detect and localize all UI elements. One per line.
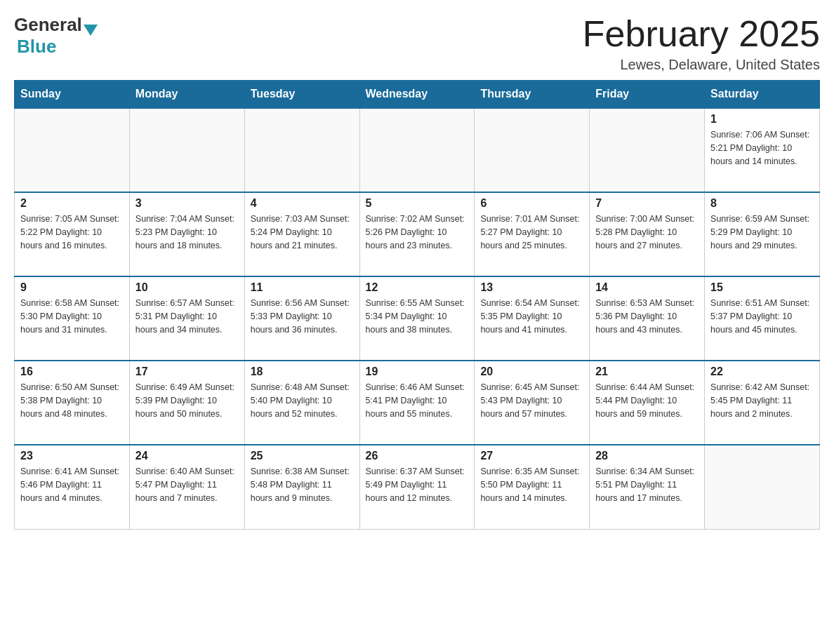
week-row-1: 1Sunrise: 7:06 AM Sunset: 5:21 PM Daylig… xyxy=(15,108,820,192)
calendar-cell: 6Sunrise: 7:01 AM Sunset: 5:27 PM Daylig… xyxy=(475,192,590,276)
day-info: Sunrise: 6:55 AM Sunset: 5:34 PM Dayligh… xyxy=(366,297,469,336)
day-info: Sunrise: 6:53 AM Sunset: 5:36 PM Dayligh… xyxy=(595,297,699,336)
day-info: Sunrise: 6:59 AM Sunset: 5:29 PM Dayligh… xyxy=(710,213,814,252)
calendar-cell xyxy=(590,108,705,192)
day-info: Sunrise: 6:45 AM Sunset: 5:43 PM Dayligh… xyxy=(480,381,583,420)
day-number: 23 xyxy=(20,450,124,462)
calendar-cell: 13Sunrise: 6:54 AM Sunset: 5:35 PM Dayli… xyxy=(475,276,590,361)
logo-general-text: General xyxy=(14,14,82,36)
day-number: 24 xyxy=(135,450,239,462)
week-row-4: 16Sunrise: 6:50 AM Sunset: 5:38 PM Dayli… xyxy=(15,361,820,445)
calendar-cell: 26Sunrise: 6:37 AM Sunset: 5:49 PM Dayli… xyxy=(359,445,475,529)
calendar-table: SundayMondayTuesdayWednesdayThursdayFrid… xyxy=(14,80,820,530)
day-number: 13 xyxy=(480,281,583,294)
day-info: Sunrise: 7:00 AM Sunset: 5:28 PM Dayligh… xyxy=(595,213,699,252)
week-row-2: 2Sunrise: 7:05 AM Sunset: 5:22 PM Daylig… xyxy=(15,192,820,276)
calendar-cell: 15Sunrise: 6:51 AM Sunset: 5:37 PM Dayli… xyxy=(705,276,820,361)
day-info: Sunrise: 6:37 AM Sunset: 5:49 PM Dayligh… xyxy=(366,465,469,504)
day-number: 10 xyxy=(135,281,239,294)
calendar-cell: 19Sunrise: 6:46 AM Sunset: 5:41 PM Dayli… xyxy=(359,361,475,445)
day-info: Sunrise: 7:06 AM Sunset: 5:21 PM Dayligh… xyxy=(710,128,814,168)
day-info: Sunrise: 7:01 AM Sunset: 5:27 PM Dayligh… xyxy=(480,213,583,252)
calendar-cell: 1Sunrise: 7:06 AM Sunset: 5:21 PM Daylig… xyxy=(705,108,820,192)
calendar-cell: 3Sunrise: 7:04 AM Sunset: 5:23 PM Daylig… xyxy=(129,192,244,276)
calendar-cell: 14Sunrise: 6:53 AM Sunset: 5:36 PM Dayli… xyxy=(590,276,705,361)
day-info: Sunrise: 6:46 AM Sunset: 5:41 PM Dayligh… xyxy=(366,381,469,420)
day-number: 22 xyxy=(710,365,814,378)
day-info: Sunrise: 7:03 AM Sunset: 5:24 PM Dayligh… xyxy=(251,213,354,252)
day-info: Sunrise: 6:51 AM Sunset: 5:37 PM Dayligh… xyxy=(710,297,814,336)
day-number: 18 xyxy=(251,365,354,378)
day-info: Sunrise: 6:48 AM Sunset: 5:40 PM Dayligh… xyxy=(251,381,354,420)
day-number: 21 xyxy=(595,365,699,378)
calendar-cell: 27Sunrise: 6:35 AM Sunset: 5:50 PM Dayli… xyxy=(475,445,590,529)
day-number: 19 xyxy=(366,365,469,378)
weekday-header-friday: Friday xyxy=(590,81,705,109)
weekday-header-wednesday: Wednesday xyxy=(359,81,475,109)
weekday-header-tuesday: Tuesday xyxy=(244,81,359,109)
day-number: 27 xyxy=(480,450,583,462)
logo-arrow-icon xyxy=(84,25,98,36)
calendar-cell xyxy=(705,445,820,529)
day-info: Sunrise: 6:35 AM Sunset: 5:50 PM Dayligh… xyxy=(480,465,583,504)
week-row-3: 9Sunrise: 6:58 AM Sunset: 5:30 PM Daylig… xyxy=(15,276,820,361)
day-number: 14 xyxy=(595,281,699,294)
week-row-5: 23Sunrise: 6:41 AM Sunset: 5:46 PM Dayli… xyxy=(15,445,820,529)
calendar-cell: 4Sunrise: 7:03 AM Sunset: 5:24 PM Daylig… xyxy=(244,192,359,276)
calendar-cell: 16Sunrise: 6:50 AM Sunset: 5:38 PM Dayli… xyxy=(15,361,130,445)
weekday-header-saturday: Saturday xyxy=(705,81,820,109)
day-number: 12 xyxy=(366,281,469,294)
day-number: 16 xyxy=(20,365,124,378)
calendar-cell: 10Sunrise: 6:57 AM Sunset: 5:31 PM Dayli… xyxy=(129,276,244,361)
calendar-cell: 22Sunrise: 6:42 AM Sunset: 5:45 PM Dayli… xyxy=(705,361,820,445)
day-number: 1 xyxy=(710,113,814,126)
day-info: Sunrise: 6:42 AM Sunset: 5:45 PM Dayligh… xyxy=(710,381,814,420)
weekday-header-monday: Monday xyxy=(129,81,244,109)
calendar-cell: 20Sunrise: 6:45 AM Sunset: 5:43 PM Dayli… xyxy=(475,361,590,445)
day-info: Sunrise: 6:41 AM Sunset: 5:46 PM Dayligh… xyxy=(20,465,124,504)
calendar-cell xyxy=(129,108,244,192)
day-number: 9 xyxy=(20,281,124,294)
weekday-header-sunday: Sunday xyxy=(15,81,130,109)
day-info: Sunrise: 6:57 AM Sunset: 5:31 PM Dayligh… xyxy=(135,297,239,336)
day-number: 15 xyxy=(710,281,814,294)
calendar-cell: 17Sunrise: 6:49 AM Sunset: 5:39 PM Dayli… xyxy=(129,361,244,445)
calendar-cell: 24Sunrise: 6:40 AM Sunset: 5:47 PM Dayli… xyxy=(129,445,244,529)
day-number: 20 xyxy=(480,365,583,378)
day-info: Sunrise: 6:38 AM Sunset: 5:48 PM Dayligh… xyxy=(251,465,354,504)
calendar-cell: 9Sunrise: 6:58 AM Sunset: 5:30 PM Daylig… xyxy=(15,276,130,361)
day-number: 8 xyxy=(710,197,814,210)
day-number: 5 xyxy=(366,197,469,210)
logo-blue-text: Blue xyxy=(17,36,56,58)
calendar-cell xyxy=(475,108,590,192)
day-info: Sunrise: 6:44 AM Sunset: 5:44 PM Dayligh… xyxy=(595,381,699,420)
day-number: 25 xyxy=(251,450,354,462)
calendar-cell: 12Sunrise: 6:55 AM Sunset: 5:34 PM Dayli… xyxy=(359,276,475,361)
location-text: Lewes, Delaware, United States xyxy=(583,57,820,73)
logo: General Blue xyxy=(14,14,98,58)
day-info: Sunrise: 6:56 AM Sunset: 5:33 PM Dayligh… xyxy=(251,297,354,336)
day-info: Sunrise: 7:05 AM Sunset: 5:22 PM Dayligh… xyxy=(20,213,124,252)
day-number: 7 xyxy=(595,197,699,210)
page-header: General Blue February 2025 Lewes, Delawa… xyxy=(14,14,820,73)
calendar-cell: 8Sunrise: 6:59 AM Sunset: 5:29 PM Daylig… xyxy=(705,192,820,276)
day-info: Sunrise: 6:58 AM Sunset: 5:30 PM Dayligh… xyxy=(20,297,124,336)
calendar-cell: 23Sunrise: 6:41 AM Sunset: 5:46 PM Dayli… xyxy=(15,445,130,529)
calendar-cell: 21Sunrise: 6:44 AM Sunset: 5:44 PM Dayli… xyxy=(590,361,705,445)
calendar-cell: 18Sunrise: 6:48 AM Sunset: 5:40 PM Dayli… xyxy=(244,361,359,445)
day-info: Sunrise: 7:04 AM Sunset: 5:23 PM Dayligh… xyxy=(135,213,239,252)
weekday-header-row: SundayMondayTuesdayWednesdayThursdayFrid… xyxy=(15,81,820,109)
title-block: February 2025 Lewes, Delaware, United St… xyxy=(583,14,820,73)
calendar-cell xyxy=(359,108,475,192)
day-number: 6 xyxy=(480,197,583,210)
calendar-cell: 7Sunrise: 7:00 AM Sunset: 5:28 PM Daylig… xyxy=(590,192,705,276)
day-info: Sunrise: 6:54 AM Sunset: 5:35 PM Dayligh… xyxy=(480,297,583,336)
calendar-cell: 11Sunrise: 6:56 AM Sunset: 5:33 PM Dayli… xyxy=(244,276,359,361)
calendar-cell: 2Sunrise: 7:05 AM Sunset: 5:22 PM Daylig… xyxy=(15,192,130,276)
day-number: 11 xyxy=(251,281,354,294)
day-info: Sunrise: 6:49 AM Sunset: 5:39 PM Dayligh… xyxy=(135,381,239,420)
day-number: 17 xyxy=(135,365,239,378)
calendar-cell xyxy=(15,108,130,192)
day-number: 3 xyxy=(135,197,239,210)
weekday-header-thursday: Thursday xyxy=(475,81,590,109)
